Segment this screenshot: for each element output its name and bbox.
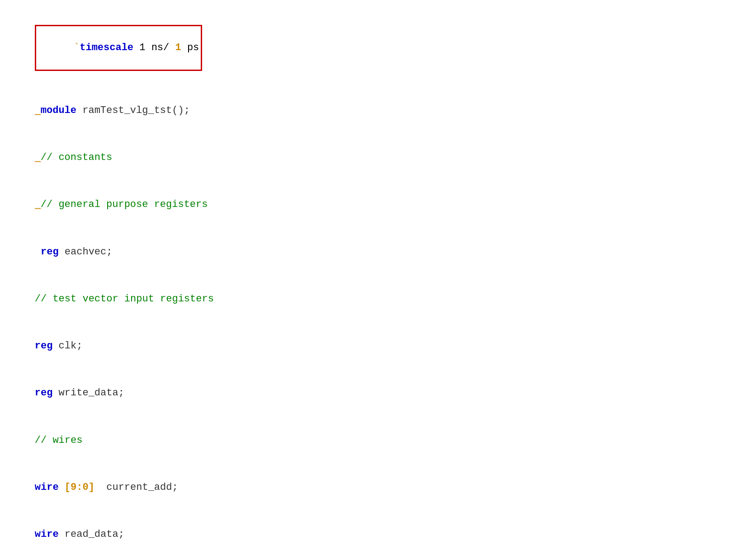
- code-line-9: // wires: [9, 417, 747, 464]
- comment-constants: // constants: [41, 152, 112, 163]
- code-line-4: ⎯// general purpose registers: [9, 181, 747, 228]
- code-line-8: reg write_data;: [9, 370, 747, 417]
- wire-range: [9:0]: [65, 482, 94, 493]
- reg-kw-2: reg: [35, 340, 53, 352]
- collapse-marker-2: ⎯: [35, 152, 41, 163]
- comment-gpr: // general purpose registers: [41, 199, 208, 210]
- wire-bracket-open: [59, 482, 65, 493]
- timescale-ps: ps: [181, 42, 199, 53]
- reg-kw-1: reg: [35, 246, 59, 258]
- backtick: `: [74, 42, 80, 53]
- code-line-11: wire read_data;: [9, 511, 747, 540]
- reg-kw-3: reg: [35, 387, 53, 399]
- collapse-marker-1: ⎯: [35, 105, 41, 116]
- reg-write-data: write_data;: [52, 387, 124, 399]
- code-line-10: wire [9:0] current_add;: [9, 464, 747, 511]
- timescale-kw: timescale: [80, 42, 133, 53]
- reg-clk: clk;: [52, 340, 82, 352]
- wire-current-add: current_add;: [94, 482, 178, 493]
- code-line-7: reg clk;: [9, 323, 747, 370]
- wire-read-data: read_data;: [59, 529, 124, 540]
- comment-wires: // wires: [35, 435, 83, 446]
- code-line-1: `timescale 1 ns/ 1 ps: [9, 9, 747, 87]
- reg-eachvec: eachvec;: [59, 246, 113, 258]
- wire-kw-1: wire: [35, 482, 59, 493]
- code-editor: `timescale 1 ns/ 1 ps ⎯module ramTest_vl…: [9, 5, 747, 540]
- code-line-3: ⎯// constants: [9, 134, 747, 181]
- module-name: ramTest_vlg_tst();: [76, 105, 190, 116]
- code-line-5: reg eachvec;: [9, 228, 747, 275]
- module-kw: module: [41, 105, 76, 116]
- code-line-6: // test vector input registers: [9, 276, 747, 323]
- code-line-2: ⎯module ramTest_vlg_tst();: [9, 87, 747, 134]
- comment-tvir: // test vector input registers: [35, 293, 214, 305]
- collapse-marker-3: ⎯: [35, 199, 41, 210]
- wire-kw-2: wire: [35, 529, 59, 540]
- timescale-num: 1: [175, 42, 181, 53]
- timescale-val: 1 ns/: [133, 42, 175, 53]
